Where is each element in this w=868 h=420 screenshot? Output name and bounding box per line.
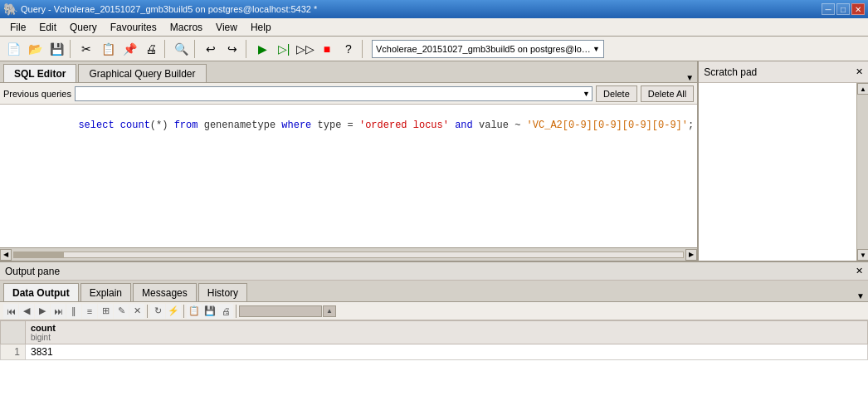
data-btn-5[interactable]: ‖ bbox=[66, 304, 81, 319]
scroll-right-icon[interactable]: ▶ bbox=[685, 249, 697, 261]
menu-help[interactable]: Help bbox=[244, 20, 278, 35]
toolbar-separator-4 bbox=[246, 40, 249, 58]
search-button[interactable]: 🔍 bbox=[171, 39, 191, 59]
data-table: count bigint 1 3831 bbox=[0, 320, 868, 360]
delete-query-button[interactable]: Delete bbox=[596, 85, 637, 102]
paste-button[interactable]: 📌 bbox=[119, 39, 139, 59]
h-scroll-thumb[interactable] bbox=[14, 252, 64, 257]
save-button[interactable]: 💾 bbox=[46, 39, 66, 59]
output-tab-messages[interactable]: Messages bbox=[133, 283, 197, 301]
scratch-scroll-down-icon[interactable]: ▼ bbox=[857, 249, 868, 261]
maximize-button[interactable]: □ bbox=[836, 3, 850, 15]
tab-arrow-icon[interactable]: ▼ bbox=[685, 73, 694, 82]
execute-step-button[interactable]: ▷▷ bbox=[295, 39, 315, 59]
h-scroll-track[interactable] bbox=[13, 252, 684, 258]
sort-asc-icon[interactable]: ▲ bbox=[323, 305, 336, 317]
main-layout: SQL Editor Graphical Query Builder ▼ Pre… bbox=[0, 61, 868, 261]
data-btn-13[interactable]: 💾 bbox=[202, 304, 217, 319]
data-btn-1[interactable]: ⏮ bbox=[3, 304, 18, 319]
data-toolbar-sep2 bbox=[183, 305, 184, 318]
prev-queries-dropdown-icon[interactable]: ▼ bbox=[583, 90, 590, 98]
row-num-cell: 1 bbox=[1, 344, 26, 360]
title-bar: 🐘 Query - Vcholerae_20151027_gmb3build5 … bbox=[0, 0, 868, 18]
data-toolbar: ⏮ ◀ ▶ ⏭ ‖ ≡ ⊞ ✎ ✕ ↻ ⚡ 📋 💾 🖨 ▲ bbox=[0, 302, 868, 320]
scratch-pad-title: Scratch pad bbox=[704, 66, 757, 78]
undo-button[interactable]: ↩ bbox=[201, 39, 221, 59]
new-button[interactable]: 📄 bbox=[3, 39, 23, 59]
scratch-pad-body[interactable] bbox=[699, 83, 856, 261]
sql-editor[interactable]: select count(*) from genenametype where … bbox=[0, 105, 697, 247]
data-toolbar-sep bbox=[147, 305, 148, 318]
print-button[interactable]: 🖨 bbox=[141, 39, 161, 59]
col-bar-1 bbox=[239, 305, 322, 317]
execute-sel-button[interactable]: ▷| bbox=[274, 39, 294, 59]
data-output-area: count bigint 1 3831 bbox=[0, 320, 868, 420]
app-icon: 🐘 bbox=[3, 2, 17, 16]
data-btn-3[interactable]: ▶ bbox=[35, 304, 50, 319]
toolbar: 📄 📂 💾 ✂ 📋 📌 🖨 🔍 ↩ ↪ ▶ ▷| ▷▷ ■ ? Vcholera… bbox=[0, 37, 868, 61]
explain-button[interactable]: ? bbox=[339, 39, 358, 59]
execute-button[interactable]: ▶ bbox=[252, 39, 272, 59]
sql-content[interactable]: select count(*) from genenametype where … bbox=[7, 108, 694, 143]
data-btn-2[interactable]: ◀ bbox=[19, 304, 34, 319]
menu-favourites[interactable]: Favourites bbox=[104, 20, 163, 35]
output-pane-title: Output pane bbox=[5, 266, 60, 277]
scratch-pad-scrollbar[interactable]: ▲ ▼ bbox=[856, 83, 868, 261]
scroll-left-icon[interactable]: ◀ bbox=[0, 249, 12, 261]
query-panel: SQL Editor Graphical Query Builder ▼ Pre… bbox=[0, 61, 698, 261]
data-btn-11[interactable]: ⚡ bbox=[166, 304, 181, 319]
h-scrollbar[interactable]: ◀ ▶ bbox=[0, 247, 697, 261]
db-selector[interactable]: Vcholerae_20151027_gmb3build5 on postgre… bbox=[372, 40, 604, 58]
tab-sql-editor[interactable]: SQL Editor bbox=[3, 64, 76, 82]
copy-button[interactable]: 📋 bbox=[98, 39, 118, 59]
cut-button[interactable]: ✂ bbox=[76, 39, 96, 59]
prev-queries-label: Previous queries bbox=[3, 89, 71, 99]
output-tab-history[interactable]: History bbox=[198, 283, 247, 301]
db-selector-label: Vcholerae_20151027_gmb3build5 on postgre… bbox=[376, 44, 592, 54]
data-btn-8[interactable]: ✎ bbox=[114, 304, 129, 319]
output-tab-data[interactable]: Data Output bbox=[3, 283, 79, 301]
menu-bar: File Edit Query Favourites Macros View H… bbox=[0, 18, 868, 37]
data-toolbar-sep3 bbox=[236, 305, 237, 318]
minimize-button[interactable]: ─ bbox=[822, 3, 835, 15]
count-cell[interactable]: 3831 bbox=[26, 344, 868, 360]
output-tabs-arrow[interactable]: ▼ bbox=[856, 290, 868, 301]
scratch-scroll-track bbox=[857, 95, 868, 249]
delete-all-queries-button[interactable]: Delete All bbox=[641, 85, 694, 102]
data-btn-6[interactable]: ≡ bbox=[82, 304, 97, 319]
stop-button[interactable]: ■ bbox=[317, 39, 337, 59]
toolbar-separator-5 bbox=[362, 40, 365, 58]
tab-panel-right: ▼ bbox=[685, 73, 697, 82]
redo-button[interactable]: ↪ bbox=[222, 39, 242, 59]
data-btn-12[interactable]: 📋 bbox=[187, 304, 202, 319]
toolbar-separator-2 bbox=[164, 40, 168, 58]
menu-file[interactable]: File bbox=[3, 20, 32, 35]
col-header-count[interactable]: count bigint bbox=[26, 321, 868, 344]
toolbar-separator-1 bbox=[70, 40, 73, 58]
menu-query[interactable]: Query bbox=[63, 20, 104, 35]
data-btn-7[interactable]: ⊞ bbox=[98, 304, 113, 319]
col-type-count: bigint bbox=[31, 333, 862, 342]
output-tab-explain[interactable]: Explain bbox=[80, 283, 131, 301]
scratch-pad-close-icon[interactable]: ✕ bbox=[856, 66, 863, 77]
data-btn-14[interactable]: 🖨 bbox=[218, 304, 233, 319]
data-column-controls: ▲ bbox=[239, 305, 336, 317]
data-btn-4[interactable]: ⏭ bbox=[51, 304, 66, 319]
menu-edit[interactable]: Edit bbox=[32, 20, 63, 35]
menu-macros[interactable]: Macros bbox=[163, 20, 209, 35]
db-selector-arrow: ▼ bbox=[592, 45, 600, 53]
scratch-pad-header: Scratch pad ✕ bbox=[699, 61, 868, 83]
data-btn-9[interactable]: ✕ bbox=[129, 304, 144, 319]
menu-view[interactable]: View bbox=[209, 20, 244, 35]
scratch-scroll-up-icon[interactable]: ▲ bbox=[857, 83, 868, 95]
output-tabs: Data Output Explain Messages History ▼ bbox=[0, 281, 868, 302]
output-tabs-dropdown-icon[interactable]: ▼ bbox=[856, 291, 865, 300]
window-title: Query - Vcholerae_20151027_gmb3build5 on… bbox=[21, 4, 317, 14]
output-pane: Output pane ✕ Data Output Explain Messag… bbox=[0, 261, 868, 420]
output-pane-close-icon[interactable]: ✕ bbox=[856, 266, 863, 276]
data-btn-10[interactable]: ↻ bbox=[150, 304, 165, 319]
open-button[interactable]: 📂 bbox=[25, 39, 45, 59]
tab-graphical-query-builder[interactable]: Graphical Query Builder bbox=[78, 64, 206, 82]
close-button[interactable]: ✕ bbox=[851, 3, 865, 15]
title-bar-left: 🐘 Query - Vcholerae_20151027_gmb3build5 … bbox=[3, 2, 317, 16]
